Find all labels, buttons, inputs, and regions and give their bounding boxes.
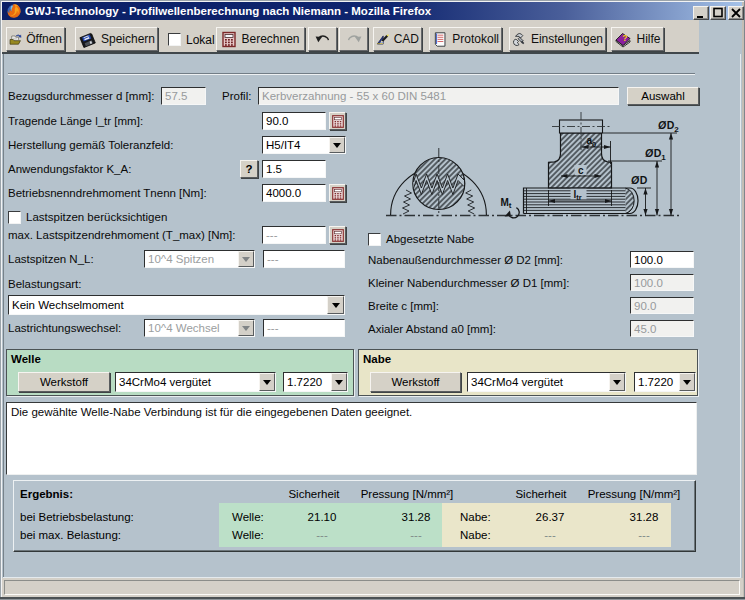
status-bar (2, 578, 743, 597)
nabe-material-combo[interactable]: 34CrMo4 vergütet (467, 372, 626, 392)
open-icon (9, 31, 22, 48)
calculate-button[interactable]: Berechnen (216, 27, 305, 51)
nabe-pressung-row1: 31.28 (594, 511, 694, 523)
chevron-down-icon (333, 143, 341, 148)
toleranzfeld-label: Herstellung gemäß Toleranzfeld: (8, 139, 173, 151)
chevron-down-icon (332, 303, 340, 308)
settings-button-label: Einstellungen (531, 32, 603, 46)
redo-button[interactable] (339, 27, 368, 51)
close-icon (729, 7, 743, 19)
welle-material-combo[interactable]: 34CrMo4 vergütet (115, 372, 276, 392)
profil-field[interactable]: Kerbverzahnung - 55 x 60 DIN 5481 (258, 87, 619, 105)
drehmoment-field[interactable]: 4000.0 (262, 184, 326, 202)
welle-number-combo-value: 1.7220 (287, 376, 322, 388)
results-panel: Ergebnis: Sicherheit Pressung [N/mm²] Si… (13, 480, 696, 552)
nabe-material-combo-arrow[interactable] (609, 373, 625, 391)
undo-button[interactable] (308, 27, 337, 51)
message-box[interactable]: Die gewählte Welle-Nabe Verbindung ist f… (6, 402, 697, 475)
tragende-laenge-calc-button[interactable] (329, 112, 346, 130)
svg-text:?: ? (623, 33, 628, 43)
lastspitzen-nl-combo-arrow[interactable] (238, 251, 254, 267)
anwendungsfaktor-field[interactable]: 1.5 (262, 160, 326, 178)
maximize-button[interactable] (710, 6, 726, 20)
lastspitzen-nl-label: Lastspitzen N_L: (8, 253, 94, 265)
cad-button[interactable]: CAD (373, 27, 422, 51)
welle-label-row1: Welle: (232, 511, 264, 523)
belastungsart-combo-arrow[interactable] (327, 296, 344, 314)
welle-material-combo-value: 34CrMo4 vergütet (119, 376, 211, 388)
settings-button[interactable]: Einstellungen (509, 27, 606, 51)
abstand-field[interactable]: 45.0 (630, 320, 694, 337)
tragende-laenge-field[interactable]: 90.0 (262, 112, 326, 130)
nabe-number-combo-arrow[interactable] (679, 373, 695, 391)
dim-d-symbol: Ø (631, 174, 640, 186)
lastspitzen-checkbox[interactable] (8, 211, 21, 224)
lastrichtungswechsel-label: Lastrichtungswechsel: (8, 322, 121, 334)
welle-number-combo-arrow[interactable] (331, 373, 347, 391)
minimize-button[interactable] (693, 6, 709, 20)
calc-small-icon (332, 229, 344, 242)
calc-small-icon (332, 187, 344, 200)
toolbar: Öffnen Speichern Lokal (2, 20, 699, 54)
application-window: GWJ-Technology - Profilwellenberechnung … (0, 0, 745, 600)
row2-label: bei max. Belastung: (20, 529, 121, 541)
nabe-number-combo-value: 1.7220 (638, 376, 673, 388)
lastrichtungswechsel-combo-value: 10^4 Wechsel (148, 322, 220, 334)
dim-d2-subscript: 2 (674, 125, 679, 134)
nabe-label-row2: Nabe: (460, 529, 491, 541)
svg-text:Mt: Mt (501, 197, 512, 211)
max-lastspitzen-field[interactable]: --- (262, 226, 326, 244)
col-pressung-nabe: Pressung [N/mm²] (584, 488, 684, 500)
status-bar-inset (4, 580, 740, 595)
drehmoment-calc-button[interactable] (329, 184, 346, 202)
nabe-material-combo-value: 34CrMo4 vergütet (471, 376, 563, 388)
lastrichtungswechsel-combo[interactable]: 10^4 Wechsel (144, 319, 255, 337)
nabe-panel: Nabe Werkstoff 34CrMo4 vergütet 1.7220 (358, 349, 698, 396)
local-checkbox[interactable] (168, 33, 181, 46)
belastungsart-label: Belastungsart: (8, 278, 82, 290)
nabe-sicherheit-row1: 26.37 (500, 511, 600, 523)
dim-d-label: D (640, 174, 648, 186)
drehmoment-label: Betriebsnenndrehmoment Tnenn [Nm]: (8, 187, 207, 199)
welle-pressung-row1: 31.28 (366, 511, 466, 523)
undo-icon (314, 32, 332, 46)
help-button[interactable]: ? Hilfe (611, 27, 664, 51)
window-frame-left-highlight (1, 2, 2, 598)
nabe-number-combo[interactable]: 1.7220 (634, 372, 696, 392)
protocol-button-label: Protokoll (452, 32, 499, 46)
save-button-label: Speichern (101, 32, 155, 46)
svg-text:ØD2: ØD2 (658, 119, 679, 134)
lastrichtungswechsel-field[interactable]: --- (263, 319, 345, 337)
max-lastspitzen-calc-button[interactable] (329, 226, 346, 244)
open-button[interactable]: Öffnen (6, 27, 65, 51)
bezugsdurchmesser-label: Bezugsdurchmesser d [mm]: (8, 90, 154, 102)
title-bar[interactable]: GWJ-Technology - Profilwellenberechnung … (2, 2, 742, 20)
auswahl-button[interactable]: Auswahl (627, 87, 699, 105)
belastungsart-combo[interactable]: Kein Wechselmoment (8, 295, 345, 315)
bezugsdurchmesser-field[interactable]: 57.5 (161, 87, 206, 105)
calculate-button-label: Berechnen (241, 32, 299, 46)
dim-mt-label: M (501, 197, 509, 208)
welle-werkstoff-button[interactable]: Werkstoff (18, 372, 110, 392)
nabe-werkstoff-button[interactable]: Werkstoff (370, 372, 461, 392)
lastspitzen-nl-combo[interactable]: 10^4 Spitzen (144, 250, 255, 268)
max-lastspitzen-label: max. Lastspitzendrehmoment (T_max) [Nm]: (8, 229, 236, 241)
chevron-down-icon (263, 380, 271, 385)
lastrichtungswechsel-combo-arrow[interactable] (238, 320, 254, 336)
toleranzfeld-combo[interactable]: H5/IT4 (262, 136, 346, 154)
cad-icon (376, 31, 390, 48)
lastspitzen-nl-field[interactable]: --- (263, 250, 345, 268)
save-button[interactable]: Speichern (75, 27, 158, 51)
welle-number-combo[interactable]: 1.7220 (283, 372, 348, 392)
minimize-icon (694, 7, 708, 19)
chevron-down-icon (335, 380, 343, 385)
col-sicherheit-welle: Sicherheit (264, 488, 364, 500)
window-frame-right-inner (742, 2, 744, 598)
toleranzfeld-combo-arrow[interactable] (329, 137, 345, 153)
belastungsart-combo-value: Kein Wechselmoment (12, 299, 124, 311)
welle-material-combo-arrow[interactable] (259, 373, 275, 391)
message-text: Die gewählte Welle-Nabe Verbindung ist f… (11, 406, 412, 418)
protocol-button[interactable]: Protokoll (429, 27, 502, 51)
anwendungsfaktor-help-button[interactable]: ? (240, 160, 258, 178)
close-button[interactable] (728, 6, 744, 20)
